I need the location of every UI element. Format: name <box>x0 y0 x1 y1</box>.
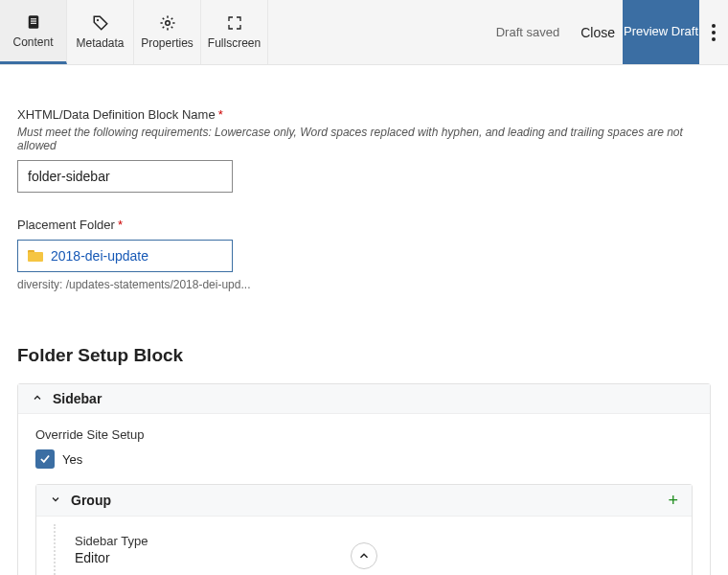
chevron-up-icon <box>357 549 371 563</box>
svg-rect-3 <box>31 22 36 23</box>
kebab-icon <box>712 24 716 41</box>
tab-properties[interactable]: Properties <box>134 0 201 64</box>
toolbar-actions: Draft saved Close <box>496 0 623 64</box>
tab-metadata[interactable]: Metadata <box>67 0 134 64</box>
sidebar-panel-header[interactable]: Sidebar <box>18 384 710 414</box>
section-title: Folder Setup Block <box>17 345 711 366</box>
override-checkbox[interactable] <box>35 449 55 469</box>
tab-fullscreen[interactable]: Fullscreen <box>201 0 268 64</box>
chevron-up-icon <box>32 391 43 406</box>
svg-rect-2 <box>31 20 36 21</box>
fullscreen-icon <box>226 14 243 32</box>
block-name-input[interactable] <box>17 160 233 193</box>
override-value-label: Yes <box>62 452 82 467</box>
chevron-down-icon <box>50 493 61 508</box>
content-area: XHTML/Data Definition Block Name* Must m… <box>0 65 728 575</box>
placement-folder-value: 2018-dei-update <box>51 248 148 264</box>
svg-point-4 <box>96 19 98 21</box>
placement-folder-path: diversity: /updates-statements/2018-dei-… <box>17 278 711 291</box>
group-subpanel-header[interactable]: Group + <box>36 485 692 517</box>
label-text: Placement Folder <box>17 218 115 232</box>
block-name-hint: Must meet the following requirements: Lo… <box>17 126 711 152</box>
gear-icon <box>159 14 176 32</box>
required-marker: * <box>118 218 123 232</box>
add-group-button[interactable]: + <box>668 492 678 509</box>
placement-folder-picker[interactable]: 2018-dei-update <box>17 240 233 272</box>
svg-rect-0 <box>28 15 38 29</box>
collapse-panel-button[interactable] <box>351 542 377 569</box>
preview-draft-button[interactable]: Preview Draft <box>623 0 699 64</box>
tab-label: Content <box>12 35 53 49</box>
top-toolbar: Content Metadata Properties Fullscreen D… <box>0 0 728 65</box>
override-field: Yes <box>35 449 693 469</box>
tag-icon <box>92 14 109 32</box>
tab-label: Properties <box>141 36 193 50</box>
placement-folder-label: Placement Folder* <box>17 218 711 232</box>
more-menu-button[interactable] <box>699 0 728 64</box>
svg-point-5 <box>165 21 170 26</box>
tab-label: Fullscreen <box>208 36 261 50</box>
folder-icon <box>28 250 43 262</box>
tab-strip: Content Metadata Properties Fullscreen <box>0 0 268 64</box>
tab-content[interactable]: Content <box>0 0 67 64</box>
checkmark-icon <box>38 452 52 466</box>
document-icon <box>25 13 42 31</box>
block-name-label: XHTML/Data Definition Block Name* <box>17 107 711 122</box>
close-button[interactable]: Close <box>580 25 615 40</box>
override-label: Override Site Setup <box>35 427 693 442</box>
panel-title: Sidebar <box>53 391 102 406</box>
svg-rect-1 <box>31 18 36 19</box>
required-marker: * <box>218 107 223 122</box>
tab-label: Metadata <box>76 36 124 50</box>
label-text: XHTML/Data Definition Block Name <box>17 107 216 122</box>
group-title: Group <box>71 493 111 508</box>
save-status: Draft saved <box>496 25 559 39</box>
